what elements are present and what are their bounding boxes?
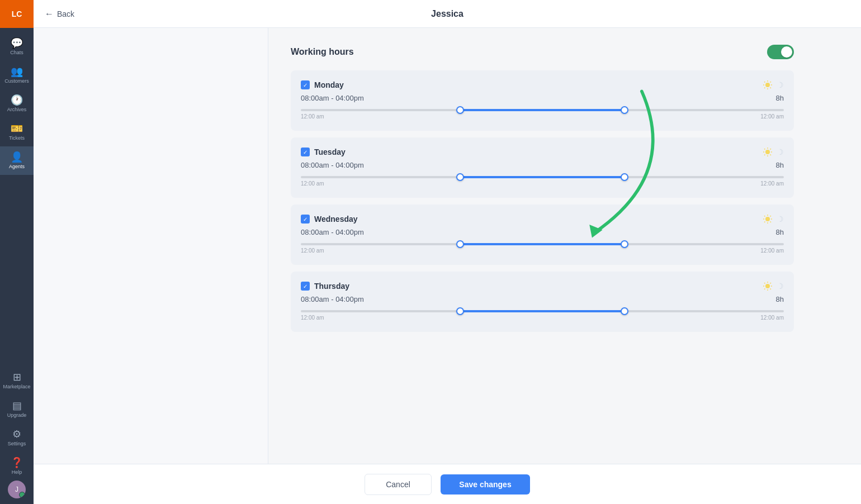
day-card-monday: ✓ Monday (291, 70, 794, 131)
wednesday-slider[interactable]: 12:00 am 12:00 am (301, 243, 784, 254)
tuesday-slider-labels: 12:00 am 12:00 am (301, 180, 784, 187)
monday-slider-thumb-end[interactable] (621, 106, 628, 114)
wednesday-label-right: 12:00 am (760, 248, 784, 254)
thursday-label-right: 12:00 am (760, 315, 784, 321)
thursday-time: 08:00am - 04:00pm (301, 295, 364, 303)
cancel-button[interactable]: Cancel (365, 474, 432, 495)
wednesday-checkbox[interactable]: ✓ (301, 215, 310, 224)
wednesday-name: Wednesday (314, 215, 358, 224)
wednesday-header: ✓ Wednesday (301, 213, 784, 225)
tuesday-checkbox[interactable]: ✓ (301, 148, 310, 156)
monday-slider-thumb-start[interactable] (456, 106, 464, 114)
wednesday-slider-thumb-start[interactable] (456, 240, 464, 248)
toggle-thumb (781, 46, 792, 58)
wednesday-time-row: 08:00am - 04:00pm 8h (301, 228, 784, 236)
tuesday-slider[interactable]: 12:00 am 12:00 am (301, 176, 784, 187)
save-button[interactable]: Save changes (441, 474, 530, 495)
monday-time-row: 08:00am - 04:00pm 8h (301, 94, 784, 102)
svg-line-15 (770, 155, 771, 155)
wednesday-slider-fill (460, 243, 625, 245)
tuesday-slider-thumb-end[interactable] (621, 173, 628, 181)
thursday-right: ☽ (762, 280, 784, 292)
header: ← Back Jessica (34, 0, 861, 28)
avatar[interactable]: J (8, 481, 26, 498)
help-icon: ❓ (11, 458, 23, 468)
upgrade-icon: ▤ (12, 401, 22, 411)
sidebar-item-tickets[interactable]: 🎫 Tickets (0, 118, 34, 146)
wednesday-hours: 8h (776, 228, 784, 236)
tuesday-time: 08:00am - 04:00pm (301, 161, 364, 169)
tuesday-hours: 8h (776, 161, 784, 169)
thursday-label-left: 12:00 am (301, 315, 324, 321)
right-panel (816, 28, 861, 464)
wednesday-slider-thumb-end[interactable] (621, 240, 628, 248)
working-hours-title: Working hours (291, 47, 354, 57)
sidebar-label-chats: Chats (10, 50, 23, 55)
wednesday-slider-track (301, 243, 784, 245)
customers-icon: 👥 (11, 66, 23, 77)
back-button[interactable]: ← Back (45, 9, 74, 19)
sidebar-item-settings[interactable]: ⚙ Settings (0, 424, 34, 452)
sidebar-label-settings: Settings (8, 441, 26, 446)
thursday-slider-thumb-start[interactable] (456, 307, 464, 315)
wednesday-slider-labels: 12:00 am 12:00 am (301, 248, 784, 254)
tuesday-header: ✓ Tuesday (301, 146, 784, 158)
sidebar-label-agents: Agents (9, 164, 25, 169)
moon-icon-monday: ☽ (777, 80, 784, 89)
wednesday-label-left: 12:00 am (301, 248, 324, 254)
sun-icon-monday (762, 79, 773, 91)
main-area: ← Back Jessica Working hours (34, 0, 861, 504)
settings-icon: ⚙ (12, 429, 21, 439)
sidebar-item-archives[interactable]: 🕐 Archives (0, 89, 34, 118)
monday-checkbox[interactable]: ✓ (301, 80, 310, 89)
svg-point-0 (765, 83, 770, 87)
tuesday-left: ✓ Tuesday (301, 148, 346, 156)
svg-point-9 (765, 150, 770, 154)
thursday-checkbox[interactable]: ✓ (301, 282, 310, 291)
thursday-slider[interactable]: 12:00 am 12:00 am (301, 310, 784, 321)
svg-line-5 (764, 82, 765, 82)
monday-slider[interactable]: 12:00 am 12:00 am (301, 109, 784, 120)
agents-icon: 👤 (11, 152, 23, 162)
sidebar-item-agents[interactable]: 👤 Agents (0, 146, 34, 175)
tuesday-slider-track (301, 176, 784, 178)
sidebar-item-upgrade[interactable]: ▤ Upgrade (0, 395, 34, 424)
sidebar-label-marketplace: Marketplace (3, 384, 30, 389)
thursday-hours: 8h (776, 295, 784, 303)
monday-hours: 8h (776, 94, 784, 102)
monday-slider-track (301, 109, 784, 111)
tuesday-slider-thumb-start[interactable] (456, 173, 464, 181)
toggle-track (767, 45, 794, 59)
sidebar-item-help[interactable]: ❓ Help (0, 452, 34, 481)
chats-icon: 💬 (11, 38, 23, 48)
sun-icon-tuesday (762, 146, 773, 158)
sidebar-label-archives: Archives (7, 107, 27, 112)
sidebar-label-tickets: Tickets (9, 135, 25, 141)
sidebar-label-help: Help (12, 469, 22, 475)
moon-icon-tuesday: ☽ (777, 148, 784, 156)
sidebar: LC 💬 Chats 👥 Customers 🕐 Archives 🎫 Tick… (0, 0, 34, 504)
app-logo: LC (0, 0, 34, 28)
archives-icon: 🕐 (11, 95, 23, 105)
svg-line-32 (764, 283, 765, 283)
sidebar-label-customers: Customers (4, 78, 29, 84)
thursday-name: Thursday (314, 282, 349, 291)
sidebar-item-customers[interactable]: 👥 Customers (0, 61, 34, 89)
thursday-slider-labels: 12:00 am 12:00 am (301, 315, 784, 321)
day-card-wednesday: ✓ Wednesday (291, 205, 794, 265)
thursday-slider-thumb-end[interactable] (621, 307, 628, 315)
svg-line-8 (764, 88, 765, 88)
sidebar-item-chats[interactable]: 💬 Chats (0, 32, 34, 61)
sidebar-bottom: J (8, 481, 26, 504)
wednesday-time: 08:00am - 04:00pm (301, 228, 364, 236)
working-hours-toggle[interactable] (767, 45, 794, 59)
monday-label-left: 12:00 am (301, 113, 324, 120)
tuesday-label-left: 12:00 am (301, 180, 324, 187)
sidebar-item-marketplace[interactable]: ⊞ Marketplace (0, 367, 34, 395)
day-card-thursday: ✓ Thursday (291, 272, 794, 332)
tuesday-label-right: 12:00 am (760, 180, 784, 187)
svg-line-33 (770, 289, 771, 289)
sidebar-label-upgrade: Upgrade (7, 412, 27, 418)
marketplace-icon: ⊞ (13, 372, 21, 382)
svg-line-7 (770, 82, 771, 82)
